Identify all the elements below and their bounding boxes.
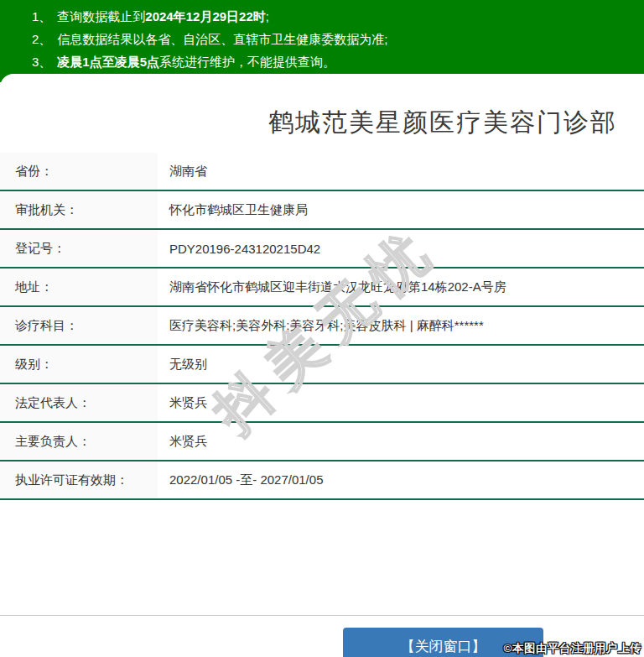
row-label: 执业许可证有效期：: [0, 461, 158, 498]
footer-divider: [0, 615, 644, 616]
notice-line-1: 1、查询数据截止到2024年12月29日22时;: [32, 5, 644, 28]
table-row-address: 地址： 湖南省怀化市鹤城区迎丰街道大汉龙旺龙府第14栋202-A号房: [0, 269, 644, 307]
row-label: 省份：: [0, 153, 158, 190]
row-value: 湖南省怀化市鹤城区迎丰街道大汉龙旺龙府第14栋202-A号房: [158, 269, 506, 305]
notice-text-bold: 凌晨1点至凌晨5点: [57, 55, 159, 69]
notice-text-bold: 2024年12月29日22时: [145, 9, 265, 23]
row-label: 法定代表人：: [0, 384, 158, 421]
notice-number: 2、: [32, 32, 51, 46]
row-label: 主要负责人：: [0, 423, 158, 460]
notice-text: ;: [266, 9, 269, 23]
row-value: 医疗美容科;美容外科;美容牙科;美容皮肤科 | 麻醉科******: [158, 307, 484, 344]
upload-copyright-stamp: ©本图由平台注册用户上传: [504, 641, 641, 656]
notice-text: 查询数据截止到: [57, 9, 145, 23]
query-result-page: 1、查询数据截止到2024年12月29日22时; 2、信息数据结果以各省、自治区…: [0, 0, 644, 657]
table-row-legal-representative: 法定代表人： 米贤兵: [0, 384, 644, 423]
row-value: 湖南省: [158, 153, 207, 190]
notice-line-2: 2、信息数据结果以各省、自治区、直辖市卫生健康委数据为准;: [32, 28, 644, 50]
row-label: 登记号：: [0, 230, 158, 267]
result-card: 鹤城范美星颜医疗美容门诊部 省份： 湖南省 审批机关： 怀化市鹤城区卫生健康局 …: [0, 74, 644, 615]
row-label: 地址：: [0, 269, 158, 305]
row-value: PDY20196-243120215D42: [158, 230, 320, 267]
table-row-main-person-in-charge: 主要负责人： 米贤兵: [0, 423, 644, 461]
row-value: 无级别: [158, 346, 207, 383]
row-value: 怀化市鹤城区卫生健康局: [158, 191, 308, 228]
row-label: 级别：: [0, 346, 158, 383]
notice-text: 信息数据结果以各省、自治区、直辖市卫生健康委数据为准;: [57, 32, 387, 46]
notice-text: 系统进行维护，不能提供查询。: [159, 55, 335, 69]
notice-banner: 1、查询数据截止到2024年12月29日22时; 2、信息数据结果以各省、自治区…: [0, 0, 644, 82]
notice-number: 1、: [32, 9, 51, 23]
row-label: 诊疗科目：: [0, 307, 158, 344]
table-row-province: 省份： 湖南省: [0, 153, 644, 191]
notice-number: 3、: [32, 55, 51, 69]
table-row-level: 级别： 无级别: [0, 346, 644, 384]
institution-title: 鹤城范美星颜医疗美容门诊部: [0, 74, 644, 141]
table-row-license-validity: 执业许可证有效期： 2022/01/05 -至- 2027/01/05: [0, 461, 644, 500]
institution-info-table: 省份： 湖南省 审批机关： 怀化市鹤城区卫生健康局 登记号： PDY20196-…: [0, 153, 644, 500]
row-value: 米贤兵: [158, 423, 207, 460]
table-row-approval-authority: 审批机关： 怀化市鹤城区卫生健康局: [0, 191, 644, 230]
table-row-registration-number: 登记号： PDY20196-243120215D42: [0, 230, 644, 269]
row-value: 米贤兵: [158, 384, 207, 421]
row-label: 审批机关：: [0, 191, 158, 228]
row-value: 2022/01/05 -至- 2027/01/05: [158, 461, 323, 498]
table-row-treatment-subjects: 诊疗科目： 医疗美容科;美容外科;美容牙科;美容皮肤科 | 麻醉科******: [0, 307, 644, 346]
notice-line-3: 3、凌晨1点至凌晨5点系统进行维护，不能提供查询。: [32, 50, 644, 73]
